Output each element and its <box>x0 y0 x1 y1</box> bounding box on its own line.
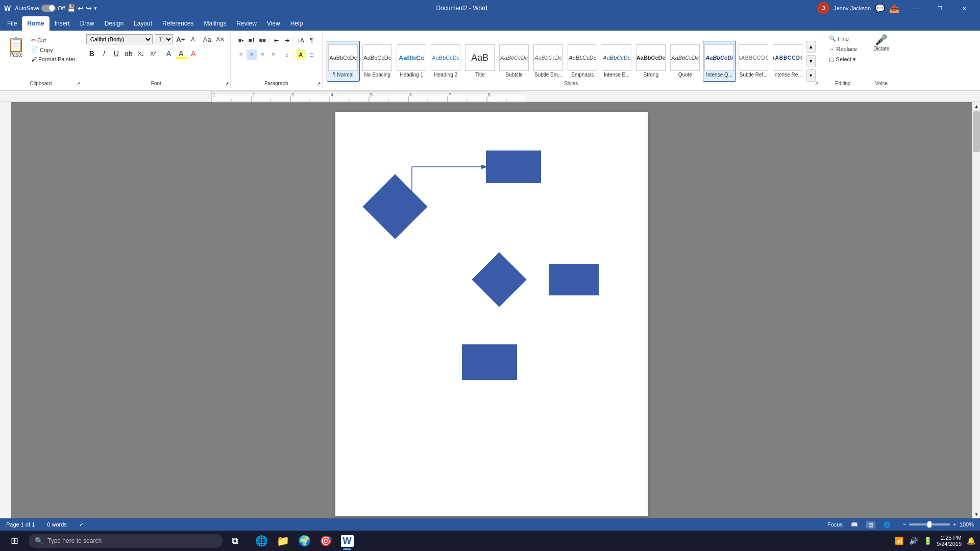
copy-button[interactable]: 📄 Copy <box>29 45 78 54</box>
align-left-button[interactable]: ≡ <box>236 49 246 60</box>
cut-button[interactable]: ✂ Cut <box>29 36 78 44</box>
taskbar-app-browser[interactable]: 🌐 <box>251 531 272 551</box>
customize-btn[interactable]: ▾ <box>94 5 97 12</box>
user-avatar[interactable]: J <box>817 2 829 14</box>
shape-diamond-1[interactable] <box>362 174 427 239</box>
taskbar-app-explorer[interactable]: 📁 <box>273 531 293 551</box>
tab-design[interactable]: Design <box>100 16 129 31</box>
styles-expand-btn[interactable]: ↗ <box>815 81 819 86</box>
tab-insert[interactable]: Insert <box>50 16 75 31</box>
document-container[interactable] <box>11 102 972 518</box>
style-normal[interactable]: AaBbCcDc ¶ Normal <box>327 41 360 82</box>
tab-home[interactable]: Home <box>22 16 49 31</box>
align-center-button[interactable]: ≡ <box>247 49 257 60</box>
spell-check-icon[interactable]: ✓ <box>79 521 84 528</box>
battery-icon[interactable]: 🔋 <box>922 536 933 546</box>
restore-btn[interactable]: ❐ <box>928 0 951 16</box>
tab-review[interactable]: Review <box>232 16 262 31</box>
zoom-slider-thumb[interactable] <box>927 521 932 528</box>
focus-button[interactable]: Focus <box>827 521 843 528</box>
clear-format-button[interactable]: A✕ <box>215 34 226 45</box>
text-effects-button[interactable]: A <box>163 48 175 59</box>
style-heading2[interactable]: AaBbCcDc Heading 2 <box>429 41 462 82</box>
shape-rect-1[interactable] <box>486 151 541 183</box>
tab-references[interactable]: References <box>157 16 199 31</box>
scroll-thumb[interactable] <box>973 111 980 152</box>
vertical-scrollbar[interactable]: ▲ ▼ <box>972 102 980 518</box>
scroll-down-arrow[interactable]: ▼ <box>972 510 980 518</box>
style-subtle-em[interactable]: AaBbCcDc Subtle Em... <box>532 41 565 82</box>
decrease-indent-button[interactable]: ⇤ <box>271 35 281 45</box>
dictate-button[interactable]: 🎤 Dictate <box>871 34 891 53</box>
find-button[interactable]: 🔍 Find <box>825 34 853 43</box>
share-btn[interactable]: 📤 <box>889 4 899 13</box>
tab-draw[interactable]: Draw <box>75 16 100 31</box>
redo-btn[interactable]: ↪ <box>86 4 92 12</box>
task-view-button[interactable]: ⧉ <box>225 531 245 551</box>
close-btn[interactable]: ✕ <box>952 0 976 16</box>
style-subtle-ref[interactable]: AABBCCDC Subtle Ref... <box>737 41 770 82</box>
select-button[interactable]: ▢ Select ▾ <box>825 55 861 64</box>
underline-button[interactable]: U <box>111 48 122 59</box>
font-shrink-button[interactable]: A- <box>188 34 200 45</box>
superscript-button[interactable]: X² <box>148 48 159 59</box>
sort-button[interactable]: ↕A <box>296 35 306 45</box>
style-heading1[interactable]: AaBbCc Heading 1 <box>395 41 428 82</box>
minimize-btn[interactable]: — <box>903 0 927 16</box>
style-intense-e[interactable]: AaBbCcDc Intense E... <box>600 41 633 82</box>
shape-rect-3[interactable] <box>462 344 517 380</box>
taskbar-search-box[interactable]: 🔍 Type here to search <box>29 534 223 548</box>
tab-view[interactable]: View <box>262 16 285 31</box>
replace-button[interactable]: ↔ Replace <box>825 44 861 54</box>
style-subtitle[interactable]: AaBbCcDc Subtitle <box>498 41 531 82</box>
strikethrough-button[interactable]: ab <box>123 48 134 59</box>
shape-rect-2[interactable] <box>549 264 599 295</box>
style-intense-re[interactable]: AABBCCDC Intense Re... <box>771 41 804 82</box>
font-expand[interactable]: ↗ <box>225 81 229 86</box>
undo-btn[interactable]: ↩ <box>78 4 84 12</box>
shape-diamond-2[interactable] <box>472 252 526 307</box>
save-btn[interactable]: 💾 <box>67 4 76 12</box>
tab-mailings[interactable]: Mailings <box>199 16 231 31</box>
web-layout-button[interactable]: 🌐 <box>884 521 891 528</box>
font-size-select[interactable]: 11 <box>155 34 173 44</box>
text-highlight-button[interactable]: A <box>176 48 187 59</box>
change-case-button[interactable]: Aa <box>202 34 213 45</box>
paste-button[interactable]: 📋 Paste <box>4 36 28 63</box>
notification-icon[interactable]: 🔔 <box>966 536 976 546</box>
borders-button[interactable]: □ <box>306 49 316 60</box>
comments-btn[interactable]: 💬 <box>875 4 885 13</box>
font-name-select[interactable]: Calibri (Body) <box>86 34 153 44</box>
style-emphasis[interactable]: AaBbCcDc Emphasis <box>566 41 599 82</box>
tab-layout[interactable]: Layout <box>129 16 157 31</box>
font-color-button[interactable]: A <box>188 48 199 59</box>
styles-scroll-down[interactable]: ▼ <box>806 55 816 67</box>
shading-button[interactable]: A <box>296 49 306 60</box>
read-mode-button[interactable]: 📖 <box>851 521 858 528</box>
numbering-button[interactable]: ≡1 <box>247 35 257 45</box>
style-title[interactable]: AaB Title <box>463 41 497 82</box>
style-intense-q[interactable]: AaBbCcDi Intense Q... <box>703 41 736 82</box>
taskbar-app-word[interactable]: W <box>337 531 357 551</box>
print-layout-button[interactable]: ▤ <box>866 521 875 529</box>
align-right-button[interactable]: ≡ <box>257 49 267 60</box>
format-painter-button[interactable]: 🖌 Format Painter <box>29 55 78 63</box>
tab-help[interactable]: Help <box>285 16 308 31</box>
line-spacing-button[interactable]: ↕ <box>282 49 292 60</box>
bullets-button[interactable]: ≡• <box>236 35 246 45</box>
styles-expand[interactable]: ▾ <box>806 69 816 82</box>
style-quote[interactable]: AaBbCcDc Quote <box>669 41 702 82</box>
style-no-spacing[interactable]: AaBbCcDc No Spacing <box>361 41 394 82</box>
zoom-in-button[interactable]: + <box>953 521 956 528</box>
clipboard-expand[interactable]: ↗ <box>77 81 81 86</box>
sound-icon[interactable]: 🔊 <box>908 536 918 546</box>
zoom-out-button[interactable]: − <box>903 521 906 528</box>
font-grow-button[interactable]: A+ <box>175 34 186 45</box>
network-icon[interactable]: 📶 <box>894 536 904 546</box>
bold-button[interactable]: B <box>86 48 97 59</box>
scroll-track[interactable] <box>972 110 980 510</box>
start-button[interactable]: ⊞ <box>4 531 24 551</box>
justify-button[interactable]: ≡ <box>268 49 278 60</box>
clock[interactable]: 2:25 PM 9/24/2019 <box>937 535 962 547</box>
tab-file[interactable]: File <box>2 16 22 31</box>
